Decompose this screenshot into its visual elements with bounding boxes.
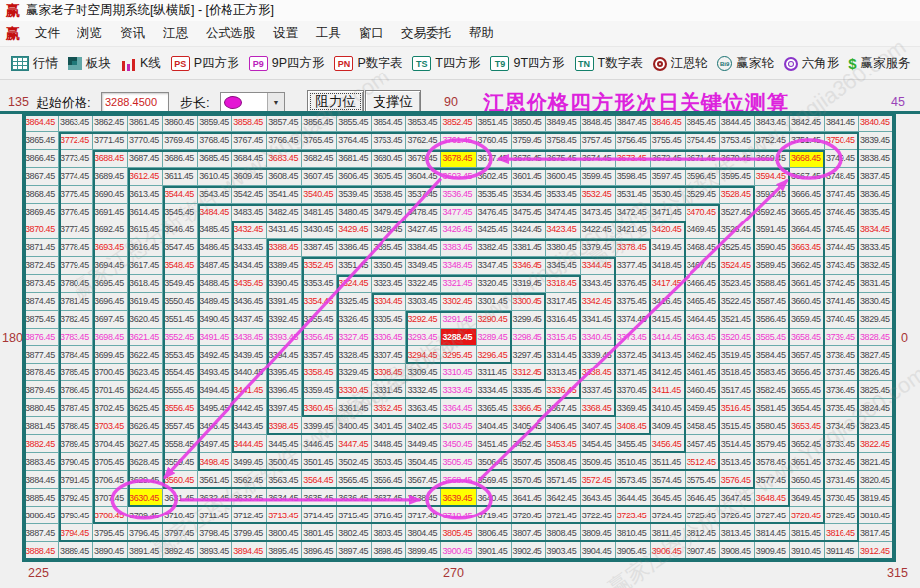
grid-cell[interactable]: 3515.45 xyxy=(720,417,755,435)
grid-cell[interactable]: 3788.45 xyxy=(59,417,93,435)
grid-cell[interactable]: 3766.45 xyxy=(267,132,302,150)
grid-cell[interactable]: 3368.45 xyxy=(581,399,616,417)
toolbar-item-t-number-table[interactable]: TNT数字表 xyxy=(575,55,643,72)
grid-cell[interactable]: 3776.45 xyxy=(59,204,93,221)
grid-cell[interactable]: 3310.45 xyxy=(441,364,476,381)
grid-cell[interactable]: 3340.45 xyxy=(581,329,616,347)
grid-cell[interactable]: 3841.45 xyxy=(825,114,859,132)
menu-item-formula-stock-picking[interactable]: 公式选股 xyxy=(197,23,264,44)
grid-cell[interactable]: 3384.45 xyxy=(406,239,441,257)
grid-cell[interactable]: 3494.45 xyxy=(198,381,232,399)
grid-cell[interactable]: 3341.45 xyxy=(581,311,616,329)
grid-cell[interactable]: 3747.45 xyxy=(825,186,859,204)
grid-cell[interactable]: 3719.45 xyxy=(477,507,512,524)
grid-cell[interactable]: 3558.45 xyxy=(163,435,198,453)
grid-cell[interactable]: 3601.45 xyxy=(512,168,546,186)
grid-cell[interactable]: 3477.45 xyxy=(441,204,476,221)
grid-cell[interactable]: 3749.45 xyxy=(825,150,859,168)
grid-cell[interactable]: 3439.45 xyxy=(232,346,267,364)
grid-cell[interactable]: 3897.45 xyxy=(337,542,372,560)
grid-cell[interactable]: 3359.45 xyxy=(302,381,337,399)
grid-cell[interactable]: 3363.45 xyxy=(406,399,441,417)
grid-cell[interactable]: 3482.45 xyxy=(267,204,302,221)
grid-cell[interactable]: 3479.45 xyxy=(372,204,406,221)
grid-cell[interactable]: 3891.45 xyxy=(128,542,163,560)
grid-cell[interactable]: 3896.45 xyxy=(302,542,337,560)
grid-cell[interactable]: 3452.45 xyxy=(512,435,546,453)
grid-cell[interactable]: 3521.45 xyxy=(720,311,755,329)
grid-cell[interactable]: 3727.45 xyxy=(755,507,790,524)
grid-cell[interactable]: 3754.45 xyxy=(686,132,720,150)
grid-cell[interactable]: 3393.45 xyxy=(267,329,302,347)
grid-cell[interactable]: 3448.45 xyxy=(372,435,406,453)
grid-cell[interactable]: 3294.45 xyxy=(406,346,441,364)
grid-cell[interactable]: 3887.45 xyxy=(24,524,59,542)
grid-cell[interactable]: 3561.45 xyxy=(198,471,232,489)
grid-cell[interactable]: 3289.45 xyxy=(477,329,512,347)
grid-cell[interactable]: 3900.45 xyxy=(441,542,476,560)
grid-cell[interactable]: 3859.45 xyxy=(198,114,232,132)
grid-cell[interactable]: 3882.45 xyxy=(24,435,59,453)
grid-cell[interactable]: 3832.45 xyxy=(859,257,894,275)
grid-cell[interactable]: 3356.45 xyxy=(302,329,337,347)
grid-cell[interactable]: 3437.45 xyxy=(232,311,267,329)
grid-cell[interactable]: 3874.45 xyxy=(24,293,59,311)
grid-cell[interactable]: 3488.45 xyxy=(198,275,232,293)
grid-cell[interactable]: 3675.45 xyxy=(546,150,581,168)
grid-cell[interactable]: 3628.45 xyxy=(128,453,163,471)
grid-cell[interactable]: 3334.45 xyxy=(477,381,512,399)
grid-cell[interactable]: 3607.45 xyxy=(302,168,337,186)
grid-cell[interactable]: 3780.45 xyxy=(59,275,93,293)
grid-cell[interactable]: 3570.45 xyxy=(512,471,546,489)
grid-cell[interactable]: 3863.45 xyxy=(59,114,93,132)
grid-cell[interactable]: 3822.45 xyxy=(859,435,894,453)
grid-cell[interactable]: 3760.45 xyxy=(477,132,512,150)
grid-cell[interactable]: 3342.45 xyxy=(581,293,616,311)
grid-cell[interactable]: 3353.45 xyxy=(302,275,337,293)
grid-cell[interactable]: 3642.45 xyxy=(546,489,581,507)
grid-cell[interactable]: 3475.45 xyxy=(512,204,546,221)
grid-cell[interactable]: 3656.45 xyxy=(790,364,825,381)
grid-cell[interactable]: 3632.45 xyxy=(198,489,232,507)
grid-cell[interactable]: 3809.45 xyxy=(581,524,616,542)
grid-cell[interactable]: 3865.45 xyxy=(24,132,59,150)
grid-cell[interactable]: 3318.45 xyxy=(546,275,581,293)
grid-cell[interactable]: 3550.45 xyxy=(163,293,198,311)
grid-cell[interactable]: 3867.45 xyxy=(24,168,59,186)
grid-cell[interactable]: 3884.45 xyxy=(24,471,59,489)
grid-cell[interactable]: 3527.45 xyxy=(720,204,755,221)
grid-cell[interactable]: 3509.45 xyxy=(581,453,616,471)
grid-cell[interactable]: 3805.45 xyxy=(441,524,476,542)
grid-cell[interactable]: 3411.45 xyxy=(651,381,686,399)
grid-cell[interactable]: 3643.45 xyxy=(581,489,616,507)
grid-cell[interactable]: 3634.45 xyxy=(267,489,302,507)
grid-cell[interactable]: 3792.45 xyxy=(59,489,93,507)
grid-cell[interactable]: 3687.45 xyxy=(128,150,163,168)
grid-cell[interactable]: 3423.45 xyxy=(546,221,581,239)
grid-cell[interactable]: 3487.45 xyxy=(198,257,232,275)
menu-item-news[interactable]: 资讯 xyxy=(111,23,154,44)
grid-cell[interactable]: 3660.45 xyxy=(790,293,825,311)
grid-cell[interactable]: 3819.45 xyxy=(859,489,894,507)
grid-cell[interactable]: 3291.45 xyxy=(441,311,476,329)
grid-cell[interactable]: 3698.45 xyxy=(93,329,128,347)
grid-cell[interactable]: 3568.45 xyxy=(441,471,476,489)
grid-cell[interactable]: 3602.45 xyxy=(477,168,512,186)
grid-cell[interactable]: 3665.45 xyxy=(790,204,825,221)
grid-cell[interactable]: 3490.45 xyxy=(198,311,232,329)
grid-cell[interactable]: 3386.45 xyxy=(337,239,372,257)
grid-cell[interactable]: 3315.45 xyxy=(546,329,581,347)
grid-cell[interactable]: 3696.45 xyxy=(93,293,128,311)
grid-cell[interactable]: 3430.45 xyxy=(302,221,337,239)
grid-cell[interactable]: 3442.45 xyxy=(232,399,267,417)
grid-cell[interactable]: 3815.45 xyxy=(790,524,825,542)
grid-cell[interactable]: 3413.45 xyxy=(651,346,686,364)
grid-cell[interactable]: 3853.45 xyxy=(406,114,441,132)
grid-cell[interactable]: 3823.45 xyxy=(859,417,894,435)
grid-cell[interactable]: 3793.45 xyxy=(59,507,93,524)
grid-cell[interactable]: 3522.45 xyxy=(720,293,755,311)
grid-cell[interactable]: 3304.45 xyxy=(372,293,406,311)
grid-cell[interactable]: 3365.45 xyxy=(477,399,512,417)
toolbar-item-9t-square[interactable]: T99T四方形 xyxy=(490,55,564,72)
grid-cell[interactable]: 3844.45 xyxy=(720,114,755,132)
